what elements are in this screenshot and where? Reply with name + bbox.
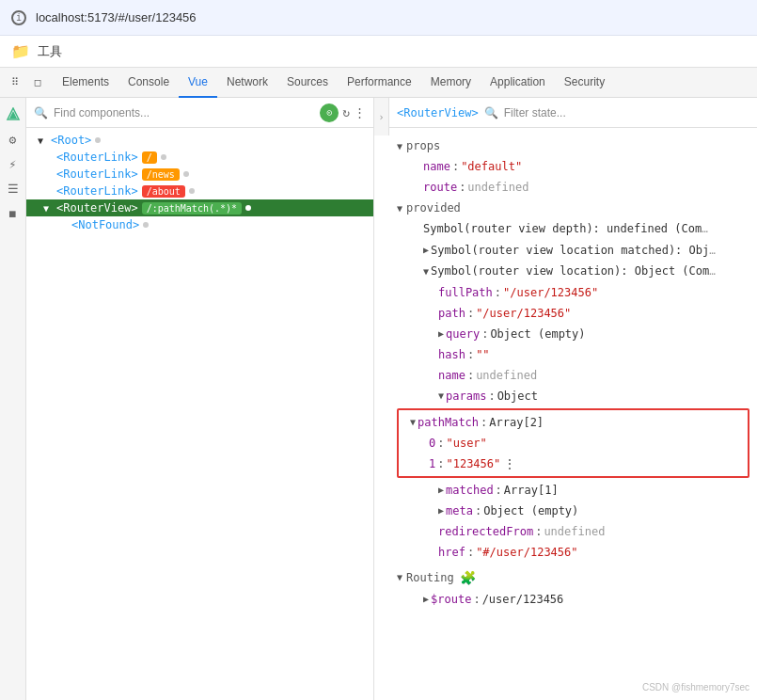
left-panel: 🔍 Find components... ⊙ ↻ ⋮ ▼ <Root> <Rou…	[26, 98, 374, 700]
badge-pathmatch: /:pathMatch(.*)*	[142, 202, 242, 215]
prop-key-fullpath: fullPath	[438, 284, 493, 301]
tab-elements[interactable]: Elements	[53, 68, 118, 98]
prop-hash: hash : ""	[389, 344, 757, 365]
symbol-matched-row[interactable]: ▶ Symbol(router view location matched): …	[389, 240, 757, 262]
pinia-icon[interactable]: ☰	[4, 179, 23, 198]
routing-arrow: ▼	[397, 572, 402, 582]
meta-arrow[interactable]: ▶	[438, 503, 444, 517]
pathmatch-arrow[interactable]: ▼	[410, 415, 416, 429]
prop-val-1: "123456"	[446, 455, 500, 472]
tab-bar: ⠿ □ Elements Console Vue Network Sources…	[0, 68, 757, 98]
tab-application[interactable]: Application	[481, 68, 555, 98]
prop-val-redirectedfrom: undefined	[544, 523, 605, 540]
prop-name: name : "default"	[389, 156, 757, 177]
symbol-location-arrow[interactable]: ▼	[423, 264, 429, 278]
prop-meta-row[interactable]: ▶ meta : Object (empty)	[389, 501, 757, 521]
expand-dots[interactable]: ⋮	[504, 455, 515, 472]
tree-item-routerlink-2[interactable]: <RouterLink> /news	[26, 166, 373, 183]
tree-tag-routerview: <RouterView>	[56, 201, 138, 215]
prop-val-meta: Object (empty)	[483, 502, 578, 519]
devtools-icon-1[interactable]: ⠿	[4, 72, 26, 94]
props-label: props	[406, 139, 440, 152]
prop-val-matched: Array[1]	[504, 482, 559, 499]
routes-icon[interactable]: ⚡	[4, 154, 23, 173]
tab-memory[interactable]: Memory	[421, 68, 481, 98]
tab-performance[interactable]: Performance	[338, 68, 421, 98]
settings-icon[interactable]: ◼	[4, 203, 23, 222]
target-icon[interactable]: ⊙	[320, 103, 339, 122]
search-actions: ⊙ ↻ ⋮	[320, 103, 366, 122]
components-icon[interactable]: ⚙	[4, 130, 23, 149]
tree-tag-routerlink-1: <RouterLink>	[56, 151, 138, 164]
devtools-icon-2[interactable]: □	[26, 72, 49, 94]
url-bar: i localhost:5173/#/user/123456	[0, 0, 757, 36]
prop-matched-row[interactable]: ▶ matched : Array[1]	[389, 480, 757, 501]
panel-expand-handle[interactable]: ›	[374, 98, 389, 135]
prop-path: path : "/user/123456"	[389, 303, 757, 324]
props-section-header[interactable]: ▼ props	[389, 135, 757, 156]
prop-val-0: "user"	[446, 435, 486, 452]
prop-val-name: "default"	[461, 158, 522, 175]
tree-arrow-root: ▼	[38, 135, 51, 146]
pathmatch-0: 0 : "user"	[402, 433, 744, 453]
router-view-tag: <RouterView>	[397, 106, 479, 119]
prop-key-route-dollar: $route	[431, 591, 471, 608]
prop-key-route: route	[423, 179, 457, 196]
filter-placeholder[interactable]: Filter state...	[504, 106, 566, 119]
badge-slash: /	[142, 151, 157, 164]
tree-item-routerlink-1[interactable]: <RouterLink> /	[26, 149, 373, 166]
tab-console[interactable]: Console	[118, 68, 179, 98]
tab-network[interactable]: Network	[217, 68, 277, 98]
tree-item-routerview[interactable]: ▼ <RouterView> /:pathMatch(.*)*	[26, 199, 373, 216]
highlighted-pathmatch-box: ▼ pathMatch : Array[2] 0 : "user" 1 : "1…	[397, 408, 749, 478]
symbol-matched-arrow[interactable]: ▶	[423, 243, 429, 257]
prop-redirectedfrom: redirectedFrom : undefined	[389, 521, 757, 542]
watermark: CSDN @fishmemory7sec	[642, 682, 749, 692]
routing-label: Routing	[406, 571, 454, 584]
matched-arrow[interactable]: ▶	[438, 483, 444, 497]
vue-logo-icon[interactable]	[4, 105, 23, 124]
tree-tag-notfound: <NotFound>	[71, 218, 139, 231]
prop-route: route : undefined	[389, 177, 757, 198]
prop-key-href: href	[438, 544, 465, 561]
route-row[interactable]: ▶ $route : /user/123456	[389, 589, 757, 610]
toolbar-label: 工具	[38, 43, 62, 60]
prop-query-row[interactable]: ▶ query : Object (empty)	[389, 324, 757, 344]
prop-params-row[interactable]: ▼ params : Object	[389, 386, 757, 406]
prop-key-path: path	[438, 305, 465, 322]
provided-section-header[interactable]: ▼ provided	[389, 198, 757, 218]
component-tree: ▼ <Root> <RouterLink> / <RouterLink> /ne…	[26, 128, 373, 700]
prop-val-pathmatch: Array[2]	[489, 414, 544, 431]
badge-about: /about	[142, 185, 185, 198]
provided-arrow: ▼	[397, 203, 402, 214]
tree-dot-rl2	[183, 171, 189, 177]
prop-val-route-dollar: /user/123456	[482, 591, 564, 608]
right-search-bar: <RouterView> 🔍 Filter state...	[389, 98, 757, 128]
tab-vue[interactable]: Vue	[179, 68, 217, 98]
tab-icons: ⠿ □	[4, 72, 49, 94]
props-arrow: ▼	[397, 141, 402, 151]
tree-item-notfound[interactable]: <NotFound>	[26, 216, 373, 233]
symbol-location-row[interactable]: ▼ Symbol(router view location): Object (…	[389, 261, 757, 282]
url-text: localhost:5173/#/user/123456	[36, 10, 197, 24]
pathmatch-row[interactable]: ▼ pathMatch : Array[2]	[402, 412, 744, 433]
tree-item-root[interactable]: ▼ <Root>	[26, 132, 373, 149]
prop-key-params: params	[446, 388, 486, 405]
routing-section-header[interactable]: ▼ Routing 🧩	[389, 563, 757, 589]
prop-val-href: "#/user/123456"	[476, 544, 577, 561]
query-arrow[interactable]: ▶	[438, 326, 444, 341]
prop-val-hash: ""	[476, 346, 489, 363]
provided-label: provided	[406, 201, 461, 215]
prop-key-name: name	[423, 158, 450, 175]
params-arrow[interactable]: ▼	[438, 389, 444, 403]
search-placeholder[interactable]: Find components...	[54, 106, 314, 119]
route-arrow[interactable]: ▶	[423, 592, 429, 606]
refresh-icon[interactable]: ↻	[342, 105, 350, 119]
tab-security[interactable]: Security	[555, 68, 614, 98]
prop-key-hash: hash	[438, 346, 465, 363]
tree-item-routerlink-3[interactable]: <RouterLink> /about	[26, 183, 373, 199]
prop-key-meta: meta	[446, 502, 473, 519]
more-icon[interactable]: ⋮	[354, 105, 366, 119]
info-icon: i	[11, 10, 26, 25]
tab-sources[interactable]: Sources	[277, 68, 338, 98]
